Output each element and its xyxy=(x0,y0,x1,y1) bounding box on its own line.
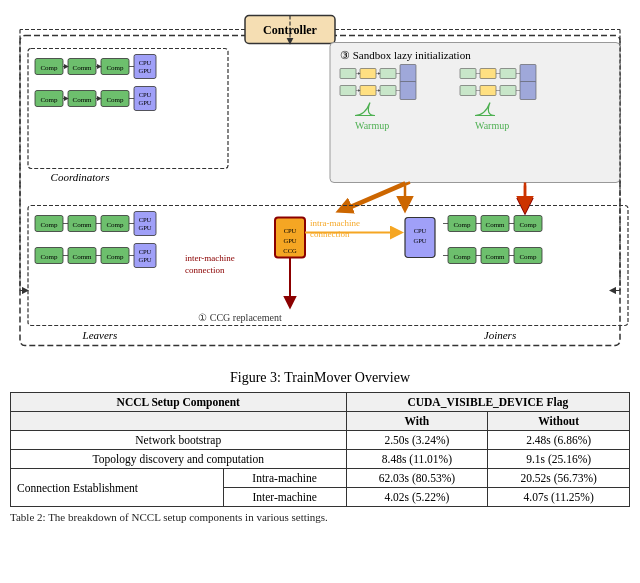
svg-rect-33 xyxy=(380,69,396,79)
svg-text:CPU: CPU xyxy=(139,248,152,255)
col-component-sub xyxy=(11,412,347,431)
svg-text:intra-machine: intra-machine xyxy=(310,218,360,228)
svg-text:GPU: GPU xyxy=(138,224,151,231)
row3-with-intra: 62.03s (80.53%) xyxy=(346,469,488,488)
data-table: NCCL Setup Component CUDA_VISIBLE_DEVICE… xyxy=(10,392,630,507)
svg-text:GPU: GPU xyxy=(138,256,151,263)
row3-sub-intra: Intra-machine xyxy=(223,469,346,488)
svg-text:① CCG replacement: ① CCG replacement xyxy=(198,312,282,323)
table-row: Network bootstrap 2.50s (3.24%) 2.48s (6… xyxy=(11,431,630,450)
svg-text:Leavers: Leavers xyxy=(82,329,118,341)
row1-with: 2.50s (3.24%) xyxy=(346,431,488,450)
svg-rect-38 xyxy=(340,86,356,96)
row3-component: Connection Establishment xyxy=(11,469,224,507)
table-row-intra: Connection Establishment Intra-machine 6… xyxy=(11,469,630,488)
svg-text:Comp: Comp xyxy=(453,221,471,229)
table-caption: Table 2: The breakdown of NCCL setup com… xyxy=(10,511,630,523)
svg-text:Comm: Comm xyxy=(485,253,505,261)
svg-text:Comm: Comm xyxy=(72,253,92,261)
svg-rect-53 xyxy=(460,86,476,96)
col-component-header: NCCL Setup Component xyxy=(11,393,347,412)
row3-without-intra: 20.52s (56.73%) xyxy=(488,469,630,488)
svg-rect-55 xyxy=(500,86,516,96)
svg-text:Comp: Comp xyxy=(40,253,58,261)
svg-text:Coordinators: Coordinators xyxy=(51,171,110,183)
svg-text:Comp: Comp xyxy=(40,64,58,72)
svg-text:GPU: GPU xyxy=(413,237,426,244)
svg-text:CCG: CCG xyxy=(283,247,297,254)
svg-text:Comp: Comp xyxy=(40,96,58,104)
row2-with: 8.48s (11.01%) xyxy=(346,450,488,469)
svg-text:Comp: Comp xyxy=(106,221,124,229)
svg-text:Comp: Comp xyxy=(453,253,471,261)
svg-rect-47 xyxy=(480,69,496,79)
col-without-header: Without xyxy=(488,412,630,431)
row2-without: 9.1s (25.16%) xyxy=(488,450,630,469)
svg-rect-40 xyxy=(380,86,396,96)
svg-text:GPU: GPU xyxy=(283,237,296,244)
svg-text:CPU: CPU xyxy=(139,91,152,98)
svg-text:CPU: CPU xyxy=(139,216,152,223)
svg-text:Comp: Comp xyxy=(519,221,537,229)
svg-text:Warmup: Warmup xyxy=(475,120,509,131)
svg-text:GPU: GPU xyxy=(138,99,151,106)
svg-text:Comp: Comp xyxy=(106,253,124,261)
svg-text:connection: connection xyxy=(310,229,350,239)
svg-rect-43 xyxy=(400,82,416,100)
svg-rect-29 xyxy=(330,43,620,183)
svg-rect-54 xyxy=(480,86,496,96)
svg-text:Comp: Comp xyxy=(106,96,124,104)
svg-line-62 xyxy=(345,183,410,211)
svg-text:connection: connection xyxy=(185,265,225,275)
svg-text:Comp: Comp xyxy=(40,221,58,229)
svg-text:inter-machine: inter-machine xyxy=(185,253,235,263)
page-wrapper: Controller Comp Comm Comp CPU GPU Comp C… xyxy=(0,0,640,583)
svg-rect-46 xyxy=(460,69,476,79)
svg-text:Comp: Comp xyxy=(519,253,537,261)
svg-text:Comm: Comm xyxy=(485,221,505,229)
svg-text:CPU: CPU xyxy=(414,227,427,234)
trainmover-diagram: Controller Comp Comm Comp CPU GPU Comp C… xyxy=(10,8,630,368)
svg-text:Comm: Comm xyxy=(72,64,92,72)
row3-with-inter: 4.02s (5.22%) xyxy=(346,488,488,507)
table-row: Topology discovery and computation 8.48s… xyxy=(11,450,630,469)
svg-text:CPU: CPU xyxy=(284,227,297,234)
col-with-header: With xyxy=(346,412,488,431)
svg-rect-39 xyxy=(360,86,376,96)
row3-without-inter: 4.07s (11.25%) xyxy=(488,488,630,507)
svg-line-61 xyxy=(340,183,405,211)
svg-rect-58 xyxy=(520,82,536,100)
svg-text:③ Sandbox lazy initialization: ③ Sandbox lazy initialization xyxy=(340,49,471,61)
row1-component: Network bootstrap xyxy=(11,431,347,450)
svg-rect-48 xyxy=(500,69,516,79)
svg-rect-32 xyxy=(360,69,376,79)
row1-without: 2.48s (6.86%) xyxy=(488,431,630,450)
row2-component: Topology discovery and computation xyxy=(11,450,347,469)
row3-sub-inter: Inter-machine xyxy=(223,488,346,507)
diagram-area: Controller Comp Comm Comp CPU GPU Comp C… xyxy=(10,8,630,368)
svg-text:Comp: Comp xyxy=(106,64,124,72)
figure-caption: Figure 3: TrainMover Overview xyxy=(230,370,410,386)
col-cuda-header: CUDA_VISIBLE_DEVICE Flag xyxy=(346,393,629,412)
svg-rect-51 xyxy=(520,65,536,83)
svg-text:CPU: CPU xyxy=(139,59,152,66)
svg-text:GPU: GPU xyxy=(138,67,151,74)
svg-text:Joiners: Joiners xyxy=(484,329,516,341)
svg-text:Comm: Comm xyxy=(72,221,92,229)
svg-rect-36 xyxy=(400,65,416,83)
svg-rect-31 xyxy=(340,69,356,79)
svg-text:Warmup: Warmup xyxy=(355,120,389,131)
svg-text:Comm: Comm xyxy=(72,96,92,104)
